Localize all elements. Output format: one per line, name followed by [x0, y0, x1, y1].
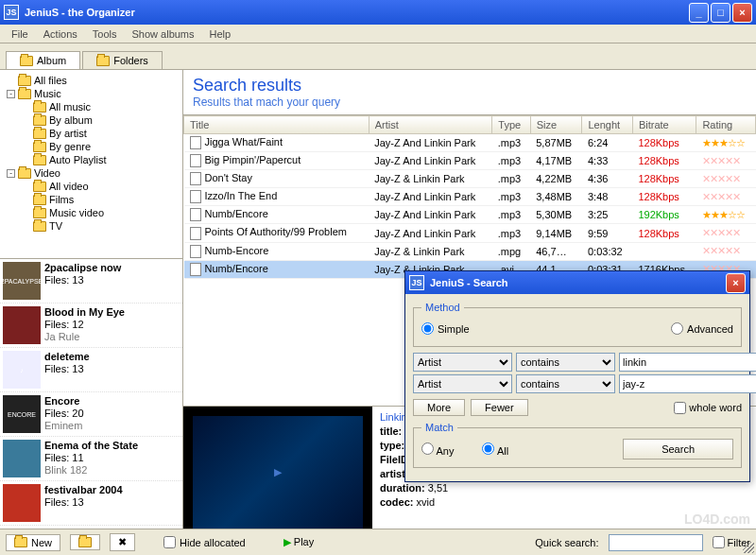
- more-button[interactable]: More: [413, 399, 465, 416]
- resize-grip[interactable]: [743, 542, 754, 553]
- radio-advanced-input[interactable]: [671, 322, 683, 335]
- table-row[interactable]: Don't Stay Jay-Z & Linkin Park .mp3 4,22…: [184, 170, 756, 188]
- criteria-row: Artist contains: [413, 353, 742, 372]
- cover-item[interactable]: festivalbar 2004 Files: 13: [0, 481, 182, 526]
- search-dialog: JS JeniuS - Search × Method Simple Advan…: [404, 270, 750, 482]
- minimize-button[interactable]: _: [689, 3, 709, 23]
- tree-item-label: All files: [34, 75, 67, 86]
- column-header[interactable]: Type: [492, 116, 530, 134]
- tab-album[interactable]: Album: [6, 51, 80, 69]
- maximize-button[interactable]: □: [711, 3, 730, 23]
- column-header[interactable]: Rating: [696, 116, 756, 134]
- expand-icon[interactable]: -: [7, 169, 15, 178]
- cover-item[interactable]: ENCORE Encore Files: 20 Eminem: [0, 392, 182, 437]
- close-button[interactable]: ×: [732, 3, 752, 23]
- operator-select[interactable]: contains: [516, 353, 615, 372]
- table-row[interactable]: Numb/Encore Jay-Z And Linkin Park .mp3 5…: [184, 206, 756, 224]
- cell-title: Jigga What/Faint: [184, 134, 369, 152]
- cover-files: Files: 11: [44, 452, 84, 463]
- menu-file[interactable]: File: [4, 26, 36, 42]
- cell-size: 46,7…: [530, 242, 582, 260]
- column-header[interactable]: Title: [184, 116, 369, 134]
- cover-artist: Eminem: [44, 420, 82, 431]
- tree-item[interactable]: By artist: [4, 127, 179, 140]
- film-icon: [33, 195, 46, 205]
- table-row[interactable]: Numb-Encore Jay-Z & Linkin Park .mpg 46,…: [184, 242, 756, 260]
- radio-any[interactable]: Any: [421, 442, 454, 457]
- folder-icon: [33, 102, 46, 113]
- expand-icon[interactable]: -: [7, 90, 15, 98]
- cover-thumbnail: ♪: [3, 351, 41, 389]
- album-covers[interactable]: 2PACALYPSE 2pacalipse now Files: 13 Bloo…: [0, 259, 182, 538]
- tree-item[interactable]: Music video: [4, 206, 179, 219]
- cover-title: festivalbar 2004: [44, 484, 123, 495]
- value-input[interactable]: [619, 353, 756, 372]
- radio-any-input[interactable]: [421, 442, 434, 455]
- column-header[interactable]: Artist: [369, 116, 492, 134]
- menu-help[interactable]: Help: [202, 26, 239, 42]
- tree-item[interactable]: By genre: [4, 140, 179, 153]
- menu-actions[interactable]: Actions: [36, 26, 85, 42]
- toolbar-button-2[interactable]: ✖: [110, 533, 135, 551]
- radio-advanced[interactable]: Advanced: [671, 322, 733, 335]
- table-row[interactable]: Big Pimpin'/Papercut Jay-Z And Linkin Pa…: [184, 152, 756, 170]
- tree-item[interactable]: -Video: [4, 166, 179, 180]
- cover-item[interactable]: ♪ deleteme Files: 13: [0, 348, 182, 392]
- tree-item[interactable]: Auto Playlist: [4, 153, 179, 166]
- hide-allocated-input[interactable]: [163, 536, 176, 548]
- whole-word-checkbox[interactable]: whole word: [674, 402, 742, 414]
- cover-info: deleteme Files: 13: [44, 351, 180, 389]
- tree-item[interactable]: All music: [4, 100, 179, 113]
- folder-icon: [18, 168, 31, 179]
- main-titlebar: JS JeniuS - the Organizer _ □ ×: [0, 0, 756, 25]
- toolbar-button-1[interactable]: [70, 534, 100, 550]
- cell-length: 4:33: [582, 152, 632, 170]
- filter-input[interactable]: [713, 536, 725, 548]
- radio-simple-input[interactable]: [421, 322, 434, 335]
- new-button[interactable]: New: [6, 534, 60, 551]
- details-duration-label: duration:: [380, 482, 425, 494]
- cover-item[interactable]: 2PACALYPSE 2pacalipse now Files: 13: [0, 259, 182, 304]
- film-icon: [33, 182, 46, 192]
- tab-folders[interactable]: Folders: [82, 51, 163, 69]
- field-select[interactable]: Artist: [413, 374, 512, 393]
- tree-view[interactable]: All files-MusicAll musicBy albumBy artis…: [0, 70, 182, 259]
- field-select[interactable]: Artist: [413, 353, 512, 372]
- dialog-close-button[interactable]: ×: [726, 273, 746, 293]
- menu-tools[interactable]: Tools: [85, 26, 125, 42]
- quick-search-input[interactable]: [609, 534, 703, 551]
- whole-word-input[interactable]: [674, 402, 686, 414]
- tree-item[interactable]: By album: [4, 113, 179, 127]
- cell-artist: Jay-Z & Linkin Park: [369, 242, 492, 260]
- tree-item[interactable]: Films: [4, 193, 179, 206]
- search-button[interactable]: Search: [623, 439, 733, 460]
- cover-title: 2pacalipse now: [44, 262, 121, 273]
- cover-item[interactable]: Enema of the State Files: 11 Blink 182: [0, 437, 182, 481]
- tree-item[interactable]: All files: [4, 74, 179, 87]
- fewer-button[interactable]: Fewer: [471, 399, 528, 416]
- table-row[interactable]: Jigga What/Faint Jay-Z And Linkin Park .…: [184, 134, 756, 152]
- value-input[interactable]: [619, 374, 756, 393]
- cell-length: 4:36: [582, 170, 632, 188]
- radio-all-input[interactable]: [482, 442, 494, 455]
- video-preview[interactable]: ▶: [183, 407, 372, 538]
- operator-select[interactable]: contains: [516, 374, 615, 393]
- column-header[interactable]: Size: [530, 116, 582, 134]
- tree-item[interactable]: All video: [4, 180, 179, 193]
- cover-item[interactable]: Blood in My Eye Files: 12 Ja Rule: [0, 304, 182, 348]
- cell-title: Don't Stay: [184, 170, 369, 188]
- radio-simple[interactable]: Simple: [421, 322, 470, 335]
- tree-item[interactable]: TV: [4, 219, 179, 233]
- radio-all[interactable]: All: [482, 442, 508, 457]
- play-button[interactable]: ▶ Play: [284, 536, 314, 548]
- column-header[interactable]: Lenght: [582, 116, 632, 134]
- tree-item[interactable]: -Music: [4, 87, 179, 100]
- menu-show-albums[interactable]: Show albums: [125, 26, 202, 42]
- cell-size: 9,14MB: [530, 224, 582, 242]
- results-table: TitleArtistTypeSizeLenghtBitrateRating J…: [183, 115, 756, 279]
- table-row[interactable]: Izzo/In The End Jay-Z And Linkin Park .m…: [184, 188, 756, 206]
- column-header[interactable]: Bitrate: [632, 116, 696, 134]
- table-row[interactable]: Points Of Authority/99 Problem Jay-Z And…: [184, 224, 756, 242]
- dialog-titlebar[interactable]: JS JeniuS - Search ×: [405, 271, 749, 294]
- hide-allocated-checkbox[interactable]: Hide allocated: [163, 536, 246, 548]
